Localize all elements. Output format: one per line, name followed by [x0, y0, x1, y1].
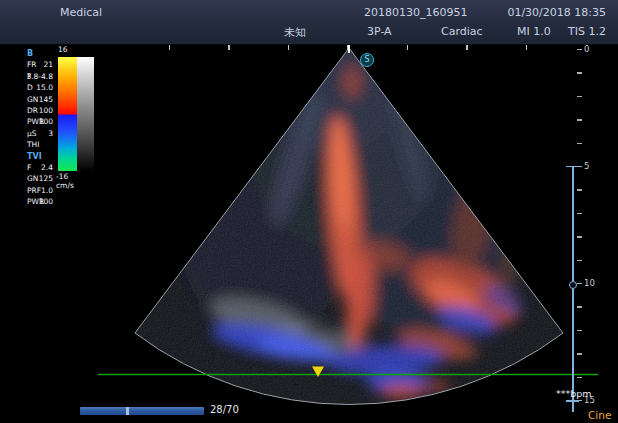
param-value: 15.0 — [36, 82, 53, 93]
param-label: D — [27, 83, 33, 92]
mi-value: MI 1.0 — [517, 25, 551, 38]
param-value: 3.8-4.8 — [26, 71, 53, 82]
depth-label-10: 10 — [584, 278, 595, 288]
param-row-fr: FR21 — [27, 59, 53, 70]
exam-preset: Cardiac — [441, 25, 483, 38]
focus-marker-icon — [569, 281, 577, 289]
param-row-thi: THI — [27, 139, 53, 150]
tvi-mode-label: TVI — [27, 151, 53, 162]
colorbar-unit-label: cm/s — [56, 181, 74, 190]
param-label: PRF — [27, 186, 41, 195]
cine-scrubber-handle[interactable] — [126, 407, 129, 415]
heart-rate-value: ***bpm — [556, 388, 592, 399]
param-row-tvi-pwr: PWR100 — [27, 196, 53, 207]
param-label: µS — [27, 129, 37, 138]
hospital-name: Medical — [60, 6, 102, 19]
param-value: 145 — [39, 94, 53, 105]
ultrasound-screen: S Medical 20180130_160951 01/30/2018 18:… — [0, 0, 618, 423]
param-value: 3 — [48, 128, 53, 139]
param-label: FR — [27, 60, 37, 69]
exam-id: 20180130_160951 — [364, 6, 467, 19]
param-label: F — [27, 163, 31, 172]
cine-mode-label: Cine — [588, 409, 611, 421]
cine-scrubber-track[interactable] — [80, 407, 204, 415]
patient-name: 未知 — [284, 25, 306, 40]
param-row-us: µS3 — [27, 128, 53, 139]
colorbar-min-label: -16 — [56, 172, 68, 181]
param-row-d: D15.0 — [27, 82, 53, 93]
param-row-tvi-f: F2.4 — [27, 162, 53, 173]
param-value: 125 — [39, 173, 53, 184]
tvi-roi-range-line — [572, 166, 574, 412]
depth-label-0: 0 — [584, 44, 589, 54]
param-row-f: F3.8-4.8 — [27, 71, 53, 82]
probe-name: 3P-A — [367, 25, 392, 38]
param-row-tvi-gn: GN125 — [27, 173, 53, 184]
param-value: 100 — [39, 105, 53, 116]
tis-value: TIS 1.2 — [568, 25, 606, 38]
param-value: 100 — [39, 196, 53, 207]
param-row-tvi-prf: PRF1.0 — [27, 185, 53, 196]
param-row-pwr: PWR100 — [27, 116, 53, 127]
colorbar-max-label: 16 — [58, 45, 68, 54]
param-value: 2.4 — [41, 162, 53, 173]
top-scale-ticks — [169, 45, 533, 50]
grayscale-bar — [77, 57, 94, 171]
header-bar: Medical 20180130_160951 01/30/2018 18:35… — [0, 0, 618, 45]
param-row-dr: DR100 — [27, 105, 53, 116]
parameter-panel: B FR21 F3.8-4.8 D15.0 GN145 DR100 PWR100… — [27, 48, 53, 207]
depth-label-5: 5 — [584, 161, 589, 171]
param-value: 1.0 — [41, 185, 53, 196]
param-label: THI — [27, 140, 39, 149]
apex-center-tick — [348, 45, 350, 53]
param-label: GN — [27, 174, 38, 183]
param-value: 100 — [39, 116, 53, 127]
param-label: DR — [27, 106, 38, 115]
b-mode-label: B — [27, 48, 53, 59]
probe-orientation-icon: S — [360, 53, 374, 67]
tvi-roi-top-cap — [566, 166, 579, 168]
tvi-roi-bottom-cap — [566, 400, 579, 402]
param-label: GN — [27, 95, 38, 104]
param-value: 21 — [43, 59, 53, 70]
frame-counter: 28/70 — [210, 404, 239, 415]
velocity-colorbar — [58, 57, 77, 171]
depth-ruler-ticks — [577, 49, 582, 404]
param-row-gn: GN145 — [27, 94, 53, 105]
datetime: 01/30/2018 18:35 — [507, 6, 606, 19]
